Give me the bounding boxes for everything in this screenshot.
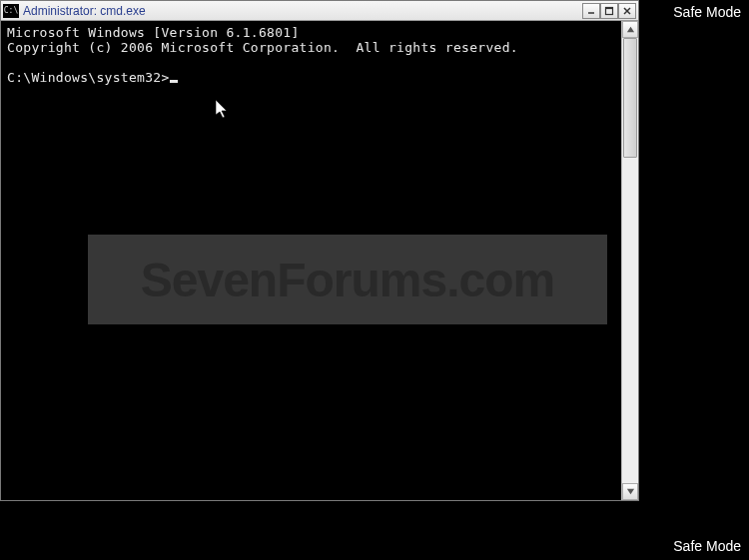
terminal-prompt: C:\Windows\system32> xyxy=(7,70,170,85)
cmd-icon: C:\ xyxy=(3,4,19,18)
desktop: Safe Mode Safe Mode C:\ Administrator: c… xyxy=(0,0,749,560)
watermark-text: SevenForums.com xyxy=(141,253,554,307)
scroll-up-button[interactable] xyxy=(622,21,638,38)
svg-marker-5 xyxy=(626,27,633,32)
safe-mode-label-bottom: Safe Mode xyxy=(673,538,741,554)
minimize-button[interactable] xyxy=(582,3,600,19)
vertical-scrollbar[interactable] xyxy=(621,21,638,500)
window-controls xyxy=(582,3,636,19)
safe-mode-label-top: Safe Mode xyxy=(673,4,741,20)
titlebar[interactable]: C:\ Administrator: cmd.exe xyxy=(1,1,638,21)
close-button[interactable] xyxy=(618,3,636,19)
window-title: Administrator: cmd.exe xyxy=(23,4,582,18)
scrollbar-thumb[interactable] xyxy=(623,38,637,158)
watermark-overlay: SevenForums.com xyxy=(88,235,607,324)
scroll-down-button[interactable] xyxy=(622,483,638,500)
maximize-button[interactable] xyxy=(600,3,618,19)
svg-marker-6 xyxy=(626,489,633,494)
terminal-line: Copyright (c) 2006 Microsoft Corporation… xyxy=(7,40,518,55)
scrollbar-track[interactable] xyxy=(622,38,638,483)
text-cursor xyxy=(170,80,178,83)
terminal-line: Microsoft Windows [Version 6.1.6801] xyxy=(7,25,300,40)
